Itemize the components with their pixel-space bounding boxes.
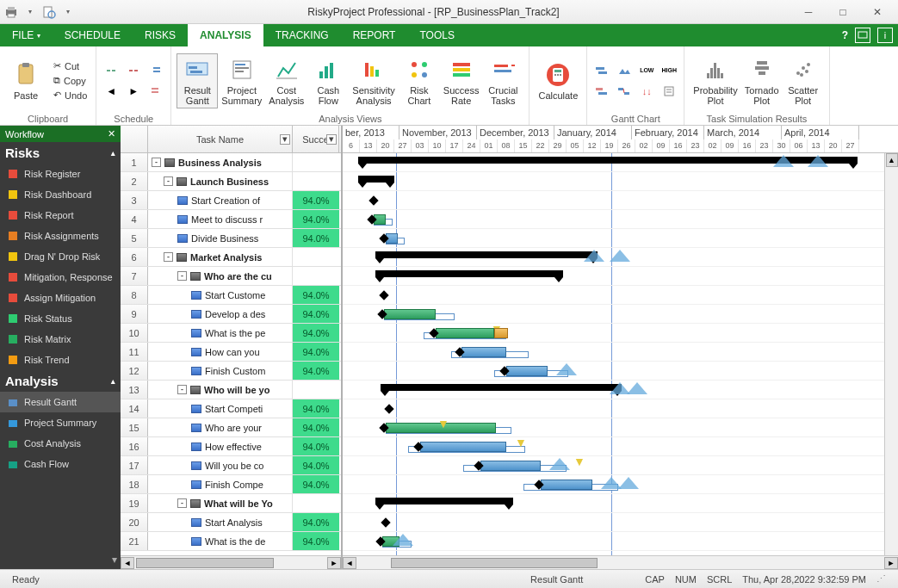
menu-tools[interactable]: TOOLS — [407, 24, 466, 46]
tornado-plot-button[interactable]: TornadoPlot — [741, 54, 783, 108]
gantt-link-icon[interactable] — [615, 83, 634, 100]
gantt-bars2-icon[interactable] — [592, 83, 611, 100]
sidebar-item-risk-trend[interactable]: Risk Trend — [0, 350, 121, 370]
col-task-name[interactable]: Task Name▾ — [148, 126, 293, 152]
print-preview-icon[interactable] — [41, 4, 57, 20]
table-row[interactable]: 15Who are your94.0% — [121, 418, 341, 437]
table-row[interactable]: 13-Who will be yo — [121, 381, 341, 399]
task-bar[interactable] — [494, 328, 508, 338]
cost-analysis-button[interactable]: CostAnalysis — [265, 54, 307, 108]
summary-bar[interactable] — [358, 176, 394, 183]
expand-toggle[interactable]: - — [164, 252, 173, 262]
table-row[interactable]: 12Finish Custom94.0% — [121, 362, 341, 381]
milestone[interactable] — [368, 195, 378, 205]
sensitivity-analysis-button[interactable]: SensitivityAnalysis — [349, 54, 399, 108]
scatter-plot-button[interactable]: ScatterPlot — [783, 54, 824, 108]
minimize-button[interactable]: ─ — [791, 2, 826, 22]
grid-h-scroll[interactable]: ◄► — [121, 555, 341, 569]
table-row[interactable]: 3Start Creation of94.0% — [121, 191, 341, 210]
outdent-icon[interactable] — [146, 83, 165, 100]
table-row[interactable]: 11How can you94.0% — [121, 343, 341, 362]
table-row[interactable]: 10What is the pe94.0% — [121, 324, 341, 343]
task-bar[interactable] — [436, 328, 494, 338]
summary-bar[interactable] — [381, 384, 622, 391]
gantt-v-scroll[interactable]: ▲ — [884, 153, 898, 555]
task-bar[interactable] — [480, 461, 541, 471]
sidebar-item-risk-register[interactable]: Risk Register — [0, 164, 121, 184]
result-gantt-button[interactable]: ResultGantt — [177, 53, 218, 108]
dropdown-icon[interactable]: ▾ — [60, 4, 76, 20]
sidebar-item-cost-analysis[interactable]: Cost Analysis — [0, 433, 121, 454]
calculate-button[interactable]: Calculate — [535, 59, 581, 102]
monitor-icon[interactable] — [855, 28, 870, 43]
table-row[interactable]: 6-Market Analysis — [121, 248, 341, 267]
task-bar[interactable] — [384, 309, 436, 319]
settings-icon[interactable] — [660, 83, 678, 100]
cut-button[interactable]: ✂Cut — [50, 59, 90, 72]
paste-button[interactable]: Paste — [5, 59, 46, 102]
link-icon[interactable] — [102, 62, 121, 79]
table-row[interactable]: 2-Launch Business — [121, 172, 341, 191]
maximize-button[interactable]: □ — [826, 2, 860, 22]
task-bar[interactable] — [420, 442, 506, 452]
right-arrow-icon[interactable]: ► — [124, 83, 143, 100]
table-row[interactable]: 18Finish Compe94.0% — [121, 475, 341, 494]
crucial-tasks-button[interactable]: CrucialTasks — [482, 54, 523, 108]
indent-icon[interactable] — [146, 62, 165, 79]
table-row[interactable]: 9Develop a des94.0% — [121, 305, 341, 324]
dropdown-icon[interactable]: ▾ — [22, 4, 38, 20]
menu-file[interactable]: FILE ▾ — [0, 24, 53, 46]
copy-button[interactable]: ⧉Copy — [50, 74, 90, 87]
probability-plot-button[interactable]: ProbabilityPlot — [690, 54, 740, 108]
table-row[interactable]: 17Will you be co94.0% — [121, 456, 341, 475]
menu-report[interactable]: REPORT — [341, 24, 408, 46]
task-bar[interactable] — [541, 480, 592, 490]
table-row[interactable]: 1-Business Analysis — [121, 153, 341, 172]
menu-analysis[interactable]: ANALYSIS — [188, 24, 263, 46]
task-bar[interactable] — [461, 347, 506, 357]
sidebar-section-risks[interactable]: Risks▴ — [0, 142, 121, 164]
left-arrow-icon[interactable]: ◄ — [102, 83, 121, 100]
table-row[interactable]: 21What is the de94.0% — [121, 532, 341, 551]
project-summary-button[interactable]: ProjectSummary — [218, 54, 265, 108]
milestone[interactable] — [379, 290, 388, 300]
cash-flow-button[interactable]: CashFlow — [307, 54, 349, 108]
table-row[interactable]: 20Start Analysis94.0% — [121, 513, 341, 532]
sidebar-item-mitigation-response[interactable]: Mitigation, Response — [0, 267, 121, 288]
menu-tracking[interactable]: TRACKING — [263, 24, 341, 46]
chevron-down-icon[interactable]: ▾ — [280, 134, 290, 145]
expand-toggle[interactable]: - — [152, 158, 161, 167]
sidebar-section-analysis[interactable]: Analysis▴ — [0, 370, 121, 392]
milestone[interactable] — [384, 404, 393, 413]
info-icon[interactable]: i — [877, 28, 893, 43]
task-bar[interactable] — [506, 366, 548, 376]
menu-schedule[interactable]: SCHEDULE — [53, 24, 133, 46]
resize-grip-icon[interactable]: ⋰ — [871, 573, 891, 585]
expand-toggle[interactable]: - — [164, 176, 173, 186]
sidebar-item-risk-status[interactable]: Risk Status — [0, 308, 121, 329]
summary-bar[interactable] — [375, 251, 598, 258]
menu-risks[interactable]: RISKS — [133, 24, 188, 46]
close-icon[interactable]: ✕ — [108, 128, 115, 139]
down-arrows-icon[interactable]: ↓↓ — [637, 83, 656, 100]
sidebar-item-risk-dashboard[interactable]: Risk Dashboard — [0, 184, 121, 205]
table-row[interactable]: 7-Who are the cu — [121, 267, 341, 286]
table-row[interactable]: 16How effective94.0% — [121, 437, 341, 456]
table-row[interactable]: 5Divide Business94.0% — [121, 229, 341, 248]
sidebar-item-risk-report[interactable]: Risk Report — [0, 205, 121, 226]
gantt-h-scroll[interactable]: ◄► — [343, 555, 898, 569]
help-icon[interactable]: ? — [842, 29, 848, 41]
summary-bar[interactable] — [375, 498, 513, 504]
chevron-down-icon[interactable]: ▾ — [326, 134, 337, 145]
sidebar-item-assign-mitigation[interactable]: Assign Mitigation — [0, 288, 121, 308]
table-row[interactable]: 8Start Custome94.0% — [121, 286, 341, 305]
gantt-body[interactable]: ▼▼▼▼ — [343, 153, 898, 555]
sidebar-item-risk-matrix[interactable]: Risk Matrix — [0, 329, 121, 350]
expand-toggle[interactable]: - — [177, 385, 187, 394]
table-row[interactable]: 19-What will be Yo — [121, 494, 341, 513]
gantt-peaks-icon[interactable] — [615, 62, 634, 79]
success-rate-button[interactable]: SuccessRate — [440, 54, 483, 108]
risk-chart-button[interactable]: RiskChart — [399, 54, 440, 108]
high-icon[interactable]: HIGH — [660, 62, 678, 79]
col-success[interactable]: Succe▾ — [293, 126, 339, 152]
